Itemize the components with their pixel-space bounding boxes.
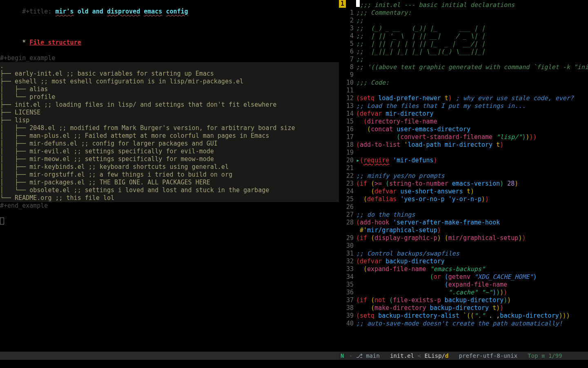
arrow-icon: ▸ <box>356 157 360 164</box>
buffer-position: Top ≡ 1/99 <box>528 352 566 360</box>
major-mode: ELisp/d <box>424 352 448 360</box>
tree-line: │ ├── alias <box>0 85 48 93</box>
code-comment: ;; Load the files that I put my settings… <box>356 102 526 110</box>
org-heading: * File structure <box>0 31 339 54</box>
tree-line: │ ├── mir-packages.el ;; THE BIG ONE. AL… <box>0 179 210 186</box>
right-pane[interactable]: 1 ;;; init.el --- basic initial declarat… <box>339 0 588 352</box>
end-example: #+end_example <box>0 202 339 210</box>
buffer-name: init.el <box>383 352 417 360</box>
title-word-2: and <box>92 8 103 15</box>
tree-line: . <box>0 62 4 70</box>
code-comment: ;; minify yes/no prompts <box>356 172 445 180</box>
tree-line: ├── init.el ;; loading files in lisp/ an… <box>0 101 276 108</box>
tree-line: │ ├── mir-keybinds.el ;; keyboard shortc… <box>0 163 229 171</box>
current-line-indicator: 1 <box>339 0 346 8</box>
tree-line: │ ├── mir-evil.el ;; settings specifical… <box>0 148 214 155</box>
title-word-4: emacs <box>144 8 162 15</box>
ascii-art-line: ;; | || '_ \ | || __| / _ \| | <box>356 32 485 40</box>
tree-line: ├── early-init.el ;; basic variables for… <box>0 70 214 77</box>
code-comment: ;; do the things <box>356 211 415 218</box>
org-title-line: #+title: mir's old and disproved emacs c… <box>0 0 339 23</box>
modeline: N - ⎇ main init.el < ELisp/d prefer-utf-… <box>0 352 588 360</box>
code-comment: ;; Control backups/swapfiles <box>356 250 459 257</box>
evil-state-indicator: N <box>339 352 345 360</box>
left-pane[interactable]: #+title: mir's old and disproved emacs c… <box>0 0 339 352</box>
tree-line: ├── eshell ;; most eshell configuration … <box>0 78 243 85</box>
ascii-art-line: ;; |_||_| |_| |_| \__|(_) \___||_| <box>356 48 485 55</box>
tree-line: │ └── obsolete.el ;; settings i loved an… <box>0 186 269 194</box>
title-word-3: disproved <box>107 8 140 15</box>
modeline-right: N - ⎇ main init.el < ELisp/d prefer-utf-… <box>339 352 588 360</box>
title-word-0: mir's <box>55 8 74 15</box>
left-caret <box>0 218 339 227</box>
title-keyword: #+title: <box>22 8 55 15</box>
heading-text: File structure <box>29 39 81 46</box>
code-comment: ;;; Commentary: <box>356 9 411 16</box>
buffer-coding: prefer-utf-8-unix <box>448 352 528 360</box>
vc-branch: ⎇ main <box>356 352 383 360</box>
tree-line: │ ├── mir-meow.el ;; settings specifical… <box>0 155 214 163</box>
branch-icon: ⎇ <box>356 352 363 359</box>
tree-line: ├── lisp <box>0 117 29 124</box>
tree-line: │ ├── mir-orgstuff.el ;; a few things i … <box>0 171 232 178</box>
ascii-art-line: ;; (_) _ __ (_)| |_ ___ | | <box>356 25 485 32</box>
code-comment: ;;; init.el --- basic initial declaratio… <box>360 1 514 9</box>
title-word-5: config <box>166 8 188 15</box>
code-comment: ;; auto-save-mode doesn't create the pat… <box>356 320 563 327</box>
cursor <box>356 0 360 7</box>
ascii-art-line: ;; | || | | | | || |_ _ | __/| | <box>356 40 485 47</box>
tree-line: │ ├── 2048.el ;; modified from Mark Burg… <box>0 124 295 132</box>
modeline-left-inactive <box>0 352 339 360</box>
tree-line: │ └── profile <box>0 93 55 101</box>
tree-line: │ ├── man-plus.el ;; Failed attempt at m… <box>0 132 269 139</box>
code-comment: ;;; Code: <box>356 79 389 86</box>
tree-line: │ ├── mir-defuns.el ;; config for larger… <box>0 140 218 147</box>
code-comment: ;; '((above text graphic generated with … <box>356 63 588 71</box>
echo-area[interactable] <box>0 360 588 368</box>
begin-example: #+begin_example <box>0 54 339 62</box>
tree-line: ├── LICENSE <box>0 109 40 116</box>
title-word-1: old <box>78 8 89 15</box>
tree-line: └── README.org ;; this file lol <box>0 194 114 202</box>
